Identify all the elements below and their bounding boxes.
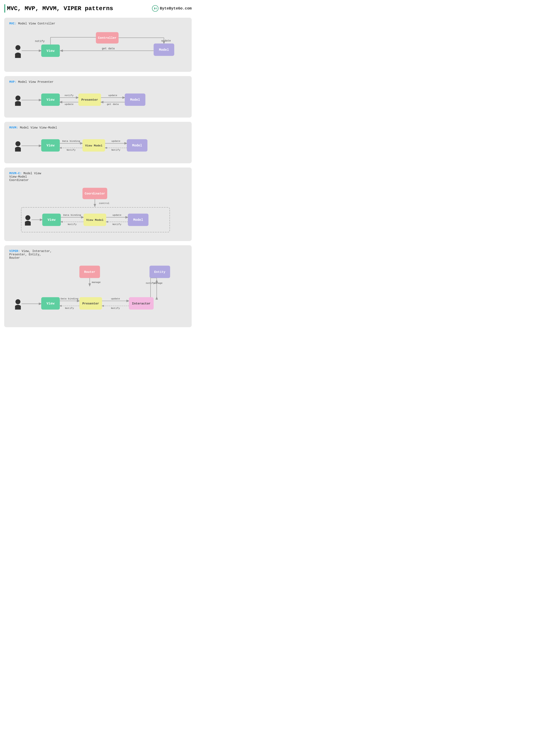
svg-text:manage: manage — [92, 281, 101, 284]
svg-text:update: update — [111, 297, 120, 300]
svg-point-1 — [15, 45, 20, 50]
mvp-section: MVP: Model View Presenter View notify up… — [4, 76, 192, 117]
svg-text:Notify: Notify — [111, 148, 120, 151]
svg-text:update: update — [111, 140, 120, 143]
svg-text:Notify: Notify — [65, 307, 74, 310]
svg-point-33 — [15, 141, 20, 146]
svg-text:Entity: Entity — [154, 270, 165, 274]
svg-text:Notify: Notify — [68, 223, 76, 226]
svg-text:Router: Router — [84, 270, 95, 274]
page-header: MVC, MVP, MVVM, VIPER patterns ByteByteG… — [4, 4, 192, 13]
svg-text:View: View — [47, 49, 55, 53]
viper-label: VIPER: View, Interactor, Presenter, Enti… — [9, 250, 187, 260]
mvp-key: MVP: — [9, 80, 16, 84]
svg-text:View: View — [47, 144, 55, 147]
svg-text:get data: get data — [102, 47, 115, 50]
svg-text:Notify: Notify — [67, 148, 76, 151]
svg-text:View: View — [47, 98, 55, 102]
mvvmc-section: MVVM-C: Model View View-Model Coordinato… — [4, 167, 192, 241]
mvc-diagram: View notify Controller update Model get … — [9, 29, 187, 67]
mvp-label: MVP: Model View Presenter — [9, 80, 187, 84]
mvvm-diagram: View Data binding Notify View Model upda… — [9, 133, 187, 158]
svg-text:Presenter: Presenter — [81, 98, 98, 101]
mvc-section: MVC: Model View Controller View notify C… — [4, 18, 192, 72]
svg-text:Notify: Notify — [112, 223, 121, 226]
svg-text:Notify: Notify — [111, 307, 120, 310]
mvvm-key: MVVM: — [9, 126, 18, 129]
svg-text:Controller: Controller — [98, 36, 116, 40]
svg-point-17 — [15, 95, 20, 100]
brand: ByteByteGo.com — [152, 5, 192, 12]
svg-text:Presenter: Presenter — [82, 302, 99, 305]
svg-text:update: update — [65, 103, 73, 106]
mvc-label-text: Model View Controller — [18, 22, 55, 25]
viper-diagram: Router Entity manage notify manage View … — [9, 263, 187, 322]
viper-section: VIPER: View, Interactor, Presenter, Enti… — [4, 245, 192, 327]
mvvmc-key: MVVM-C: — [9, 172, 22, 175]
svg-text:update: update — [161, 39, 171, 42]
svg-text:notify: notify — [146, 282, 155, 285]
svg-text:Data binding: Data binding — [61, 297, 79, 300]
brand-text: ByteByteGo.com — [160, 6, 192, 11]
mvp-label-text: Model View Presenter — [18, 80, 53, 84]
mvvmc-diagram: Coordinator control View Data binding No… — [9, 185, 187, 236]
title-bar — [4, 4, 5, 13]
svg-text:Data binding: Data binding — [62, 140, 80, 143]
svg-text:Model: Model — [132, 144, 142, 147]
mvvmc-label: MVVM-C: Model View View-Model Coordinato… — [9, 172, 187, 182]
svg-text:manage: manage — [153, 282, 162, 285]
mvvm-section: MVVM: Model View View-Model View Data bi… — [4, 122, 192, 163]
svg-text:notify: notify — [35, 40, 45, 43]
svg-text:View Model: View Model — [86, 219, 103, 222]
svg-text:control: control — [99, 202, 109, 205]
mvc-key: MVC: — [9, 22, 16, 25]
mvc-label: MVC: Model View Controller — [9, 22, 187, 25]
svg-text:Data binding: Data binding — [63, 214, 81, 217]
page-title: MVC, MVP, MVVM, VIPER patterns — [4, 4, 113, 13]
svg-text:Coordinator: Coordinator — [85, 192, 105, 195]
mvvm-label: MVVM: Model View View-Model — [9, 126, 187, 129]
svg-text:Model: Model — [133, 218, 143, 222]
svg-text:get data: get data — [107, 103, 119, 106]
mvvm-label-text: Model View View-Model — [20, 126, 57, 129]
svg-text:Interactor: Interactor — [132, 302, 151, 305]
svg-text:View: View — [48, 218, 56, 222]
mvp-diagram: View notify update Presenter update get … — [9, 87, 187, 112]
svg-text:update: update — [112, 214, 121, 217]
svg-text:update: update — [108, 94, 117, 97]
svg-text:View Model: View Model — [85, 144, 102, 147]
svg-text:notify: notify — [65, 94, 73, 97]
svg-point-81 — [15, 299, 20, 304]
svg-text:Model: Model — [159, 48, 169, 52]
title-text: MVC, MVP, MVVM, VIPER patterns — [7, 5, 113, 12]
viper-key: VIPER: — [9, 250, 20, 253]
brand-icon — [152, 5, 159, 12]
svg-text:View: View — [47, 302, 55, 306]
svg-text:Model: Model — [130, 98, 140, 102]
svg-point-54 — [25, 215, 30, 220]
